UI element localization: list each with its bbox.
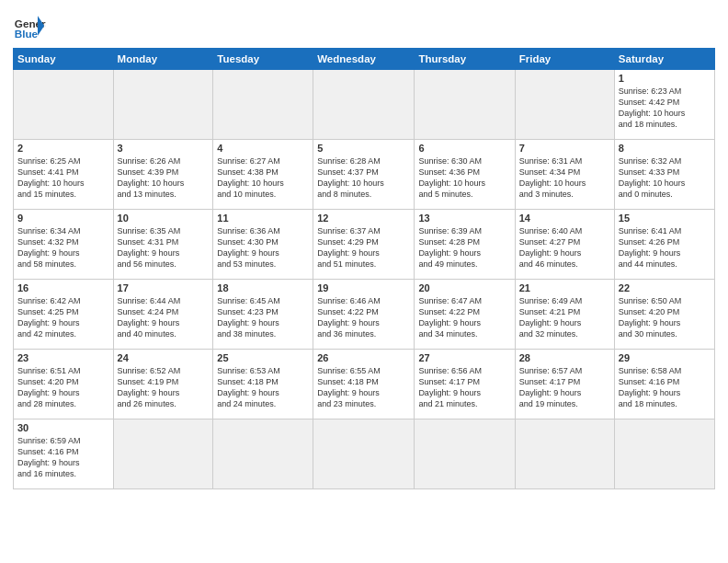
calendar-cell: [113, 419, 213, 489]
calendar-cell: 21Sunrise: 6:49 AM Sunset: 4:21 PM Dayli…: [515, 280, 614, 350]
day-info: Sunrise: 6:47 AM Sunset: 4:22 PM Dayligh…: [418, 295, 510, 340]
calendar-cell: [213, 70, 313, 140]
day-info: Sunrise: 6:25 AM Sunset: 4:41 PM Dayligh…: [17, 155, 109, 201]
calendar-cell: 26Sunrise: 6:55 AM Sunset: 4:18 PM Dayli…: [313, 350, 415, 419]
day-number: 8: [619, 143, 711, 154]
logo: General Blue: [13, 9, 46, 42]
day-info: Sunrise: 6:55 AM Sunset: 4:18 PM Dayligh…: [317, 365, 410, 410]
day-number: 24: [118, 352, 210, 363]
calendar-cell: 6Sunrise: 6:30 AM Sunset: 4:36 PM Daylig…: [415, 140, 515, 210]
calendar-cell: [14, 70, 114, 140]
page-header: General Blue: [13, 9, 715, 42]
day-info: Sunrise: 6:44 AM Sunset: 4:24 PM Dayligh…: [118, 295, 210, 340]
day-info: Sunrise: 6:59 AM Sunset: 4:16 PM Dayligh…: [17, 435, 109, 480]
calendar-cell: 16Sunrise: 6:42 AM Sunset: 4:25 PM Dayli…: [14, 280, 114, 350]
calendar-cell: 25Sunrise: 6:53 AM Sunset: 4:18 PM Dayli…: [213, 350, 313, 419]
calendar-cell: 13Sunrise: 6:39 AM Sunset: 4:28 PM Dayli…: [415, 210, 515, 280]
day-number: 10: [118, 213, 210, 224]
day-info: Sunrise: 6:42 AM Sunset: 4:25 PM Dayligh…: [17, 295, 109, 340]
day-info: Sunrise: 6:28 AM Sunset: 4:37 PM Dayligh…: [317, 155, 410, 201]
calendar-cell: [415, 70, 515, 140]
calendar-cell: 9Sunrise: 6:34 AM Sunset: 4:32 PM Daylig…: [14, 210, 114, 280]
calendar-cell: [313, 419, 415, 489]
calendar-table: SundayMondayTuesdayWednesdayThursdayFrid…: [13, 48, 715, 489]
calendar-cell: [213, 419, 313, 489]
day-info: Sunrise: 6:37 AM Sunset: 4:29 PM Dayligh…: [317, 225, 410, 270]
day-info: Sunrise: 6:34 AM Sunset: 4:32 PM Dayligh…: [17, 225, 109, 270]
calendar-cell: [415, 419, 515, 489]
calendar-cell: 20Sunrise: 6:47 AM Sunset: 4:22 PM Dayli…: [415, 280, 515, 350]
day-number: 19: [317, 282, 410, 293]
day-number: 2: [17, 143, 109, 154]
day-number: 25: [217, 352, 309, 363]
calendar-cell: 2Sunrise: 6:25 AM Sunset: 4:41 PM Daylig…: [14, 140, 114, 210]
weekday-header-friday: Friday: [515, 49, 614, 70]
calendar-cell: 14Sunrise: 6:40 AM Sunset: 4:27 PM Dayli…: [515, 210, 614, 280]
calendar-cell: 12Sunrise: 6:37 AM Sunset: 4:29 PM Dayli…: [313, 210, 415, 280]
weekday-header-sunday: Sunday: [14, 49, 114, 70]
day-info: Sunrise: 6:58 AM Sunset: 4:16 PM Dayligh…: [619, 365, 711, 410]
day-number: 13: [418, 213, 510, 224]
calendar-cell: 17Sunrise: 6:44 AM Sunset: 4:24 PM Dayli…: [113, 280, 213, 350]
calendar-cell: 10Sunrise: 6:35 AM Sunset: 4:31 PM Dayli…: [113, 210, 213, 280]
calendar-cell: [313, 70, 415, 140]
day-number: 7: [519, 143, 610, 154]
calendar-cell: 27Sunrise: 6:56 AM Sunset: 4:17 PM Dayli…: [415, 350, 515, 419]
day-number: 18: [217, 282, 309, 293]
day-info: Sunrise: 6:40 AM Sunset: 4:27 PM Dayligh…: [519, 225, 610, 270]
day-info: Sunrise: 6:53 AM Sunset: 4:18 PM Dayligh…: [217, 365, 309, 410]
day-number: 23: [17, 352, 109, 363]
day-info: Sunrise: 6:35 AM Sunset: 4:31 PM Dayligh…: [118, 225, 210, 270]
calendar-cell: 15Sunrise: 6:41 AM Sunset: 4:26 PM Dayli…: [614, 210, 714, 280]
day-info: Sunrise: 6:56 AM Sunset: 4:17 PM Dayligh…: [418, 365, 510, 410]
day-number: 12: [317, 213, 410, 224]
day-number: 14: [519, 213, 610, 224]
day-number: 30: [17, 422, 109, 433]
day-info: Sunrise: 6:51 AM Sunset: 4:20 PM Dayligh…: [17, 365, 109, 410]
calendar-cell: 5Sunrise: 6:28 AM Sunset: 4:37 PM Daylig…: [313, 140, 415, 210]
calendar-cell: 8Sunrise: 6:32 AM Sunset: 4:33 PM Daylig…: [614, 140, 714, 210]
svg-text:Blue: Blue: [15, 28, 39, 40]
calendar-cell: 19Sunrise: 6:46 AM Sunset: 4:22 PM Dayli…: [313, 280, 415, 350]
day-number: 20: [418, 282, 510, 293]
day-info: Sunrise: 6:26 AM Sunset: 4:39 PM Dayligh…: [118, 155, 210, 201]
weekday-header-tuesday: Tuesday: [213, 49, 313, 70]
day-number: 28: [519, 352, 610, 363]
day-number: 26: [317, 352, 410, 363]
day-info: Sunrise: 6:30 AM Sunset: 4:36 PM Dayligh…: [418, 155, 510, 201]
calendar-cell: [515, 70, 614, 140]
day-info: Sunrise: 6:32 AM Sunset: 4:33 PM Dayligh…: [619, 155, 711, 201]
calendar-cell: 4Sunrise: 6:27 AM Sunset: 4:38 PM Daylig…: [213, 140, 313, 210]
day-info: Sunrise: 6:46 AM Sunset: 4:22 PM Dayligh…: [317, 295, 410, 340]
calendar-cell: [113, 70, 213, 140]
day-info: Sunrise: 6:27 AM Sunset: 4:38 PM Dayligh…: [217, 155, 309, 201]
day-info: Sunrise: 6:39 AM Sunset: 4:28 PM Dayligh…: [418, 225, 510, 270]
day-number: 6: [418, 143, 510, 154]
day-number: 4: [217, 143, 309, 154]
logo-icon: General Blue: [13, 9, 46, 42]
calendar-cell: [515, 419, 614, 489]
day-number: 21: [519, 282, 610, 293]
day-number: 29: [619, 352, 711, 363]
day-number: 17: [118, 282, 210, 293]
calendar-cell: 28Sunrise: 6:57 AM Sunset: 4:17 PM Dayli…: [515, 350, 614, 419]
day-number: 9: [17, 213, 109, 224]
weekday-header-saturday: Saturday: [614, 49, 714, 70]
day-info: Sunrise: 6:36 AM Sunset: 4:30 PM Dayligh…: [217, 225, 309, 270]
calendar-cell: 7Sunrise: 6:31 AM Sunset: 4:34 PM Daylig…: [515, 140, 614, 210]
calendar-cell: 29Sunrise: 6:58 AM Sunset: 4:16 PM Dayli…: [614, 350, 714, 419]
day-info: Sunrise: 6:45 AM Sunset: 4:23 PM Dayligh…: [217, 295, 309, 340]
day-number: 11: [217, 213, 309, 224]
calendar-cell: 24Sunrise: 6:52 AM Sunset: 4:19 PM Dayli…: [113, 350, 213, 419]
day-info: Sunrise: 6:49 AM Sunset: 4:21 PM Dayligh…: [519, 295, 610, 340]
calendar-cell: 11Sunrise: 6:36 AM Sunset: 4:30 PM Dayli…: [213, 210, 313, 280]
weekday-header-wednesday: Wednesday: [313, 49, 415, 70]
calendar-cell: 1Sunrise: 6:23 AM Sunset: 4:42 PM Daylig…: [614, 70, 714, 140]
day-number: 1: [619, 73, 711, 84]
day-info: Sunrise: 6:57 AM Sunset: 4:17 PM Dayligh…: [519, 365, 610, 410]
day-number: 27: [418, 352, 510, 363]
day-number: 16: [17, 282, 109, 293]
day-number: 22: [619, 282, 711, 293]
calendar-cell: 23Sunrise: 6:51 AM Sunset: 4:20 PM Dayli…: [14, 350, 114, 419]
calendar-cell: 22Sunrise: 6:50 AM Sunset: 4:20 PM Dayli…: [614, 280, 714, 350]
